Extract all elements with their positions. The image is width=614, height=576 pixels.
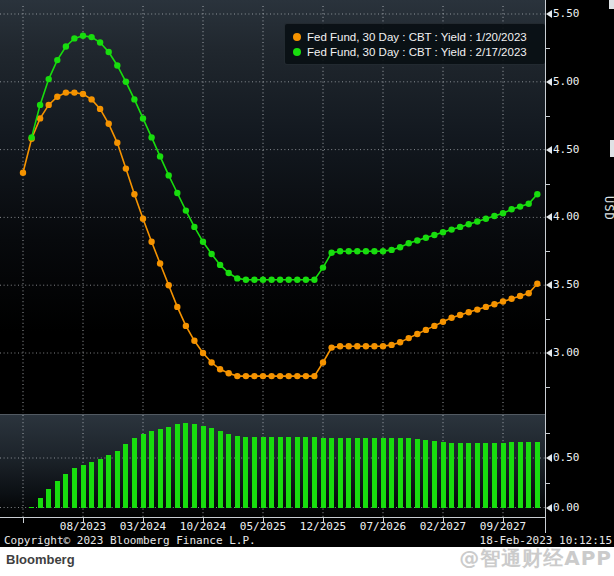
data-point xyxy=(217,262,223,268)
diff-bar xyxy=(72,468,77,508)
scrollbar-fragment-mid xyxy=(610,140,614,157)
diff-bar xyxy=(338,438,343,507)
data-point xyxy=(320,359,326,365)
diff-bar xyxy=(98,459,103,508)
diff-bar xyxy=(526,442,531,507)
y-axis-arrow-icon xyxy=(546,349,552,357)
diff-bar xyxy=(81,465,86,508)
series-line-jan20 xyxy=(23,93,537,377)
data-point xyxy=(183,207,189,213)
diff-bar xyxy=(312,437,317,507)
data-point xyxy=(337,343,343,349)
data-point xyxy=(500,298,506,304)
data-point xyxy=(311,373,317,379)
data-point xyxy=(397,244,403,250)
data-point xyxy=(37,102,43,108)
diff-bar xyxy=(192,424,197,507)
legend-item-feb17[interactable]: Fed Fund, 30 Day : CBT : Yield : 2/17/20… xyxy=(293,46,537,58)
x-axis-tick xyxy=(23,518,24,523)
data-point xyxy=(431,323,437,329)
data-point xyxy=(277,373,283,379)
diff-bar xyxy=(123,444,128,507)
data-point xyxy=(320,264,326,270)
diff-bar xyxy=(363,438,368,507)
data-point xyxy=(208,359,214,365)
series-line-feb17 xyxy=(32,36,538,280)
data-point xyxy=(234,275,240,281)
y-axis-arrow-icon xyxy=(546,504,552,512)
data-point xyxy=(483,304,489,310)
diff-bar xyxy=(492,443,497,507)
data-point xyxy=(474,306,480,312)
diff-bar xyxy=(398,438,403,507)
data-point xyxy=(200,350,206,356)
data-point xyxy=(431,232,437,238)
data-point xyxy=(140,115,146,121)
data-point xyxy=(371,248,377,254)
diff-bar xyxy=(423,440,428,507)
data-point xyxy=(508,296,514,302)
diff-bar xyxy=(466,443,471,507)
diff-bar xyxy=(226,434,231,507)
data-point xyxy=(500,210,506,216)
y-axis-arrow-icon xyxy=(546,10,552,18)
data-point xyxy=(46,76,52,82)
diff-bar xyxy=(158,429,163,507)
data-point xyxy=(380,343,386,349)
diff-bar xyxy=(295,437,300,507)
diff-bar xyxy=(269,437,274,507)
data-point xyxy=(354,343,360,349)
data-point xyxy=(286,277,292,283)
main-chart-panel[interactable]: Fed Fund, 30 Day : CBT : Yield : 1/20/20… xyxy=(0,0,546,414)
data-point xyxy=(54,57,60,63)
data-point xyxy=(474,218,480,224)
diff-bar xyxy=(355,438,360,507)
x-axis-label: 09/2027 xyxy=(475,520,531,533)
diff-bar xyxy=(46,489,51,508)
data-point xyxy=(268,277,274,283)
data-point xyxy=(63,89,69,95)
y-axis-label: 3.00 xyxy=(553,346,580,360)
data-point xyxy=(63,43,69,49)
y-axis-minor-tick xyxy=(545,48,550,49)
diff-chart-panel[interactable]: Fed Fund, 30 Day : 2/17/2023 - Fed Fund,… xyxy=(0,415,546,517)
x-axis-label: 03/2024 xyxy=(115,520,171,533)
data-point xyxy=(406,240,412,246)
data-point xyxy=(414,237,420,243)
data-point xyxy=(508,206,514,212)
legend-item-jan20[interactable]: Fed Fund, 30 Day : CBT : Yield : 1/20/20… xyxy=(293,31,537,43)
data-point xyxy=(346,343,352,349)
diff-bar xyxy=(261,437,266,507)
spread-bars-plot[interactable] xyxy=(0,415,546,517)
data-point xyxy=(268,373,274,379)
diff-bar xyxy=(63,474,68,508)
watermark-text: @智通财经APP xyxy=(459,545,612,572)
data-point xyxy=(114,140,120,146)
data-point xyxy=(526,201,532,207)
data-point xyxy=(97,39,103,45)
data-point xyxy=(388,247,394,253)
diff-bar xyxy=(321,438,326,507)
data-point xyxy=(423,327,429,333)
data-point xyxy=(337,248,343,254)
legend-label-feb17: Fed Fund, 30 Day : CBT : Yield : 2/17/20… xyxy=(307,46,527,58)
y-axis-label: 4.00 xyxy=(553,210,580,224)
data-point xyxy=(54,94,60,100)
data-point xyxy=(157,260,163,266)
data-point xyxy=(183,323,189,329)
data-point xyxy=(174,190,180,196)
data-point xyxy=(97,106,103,112)
data-point xyxy=(243,277,249,283)
data-point xyxy=(234,373,240,379)
main-legend[interactable]: Fed Fund, 30 Day : CBT : Yield : 1/20/20… xyxy=(284,23,546,65)
y-axis-minor-tick xyxy=(545,251,550,252)
y-axis-label: 5.00 xyxy=(553,75,580,89)
diff-bar xyxy=(449,443,454,507)
data-point xyxy=(123,79,129,85)
y-axis-unit-label: USD xyxy=(582,196,614,218)
data-point xyxy=(88,34,94,40)
scrollbar-fragment-top xyxy=(609,0,614,9)
data-point xyxy=(148,134,154,140)
bloomberg-brand: Bloomberg xyxy=(6,552,75,567)
data-point xyxy=(114,62,120,68)
